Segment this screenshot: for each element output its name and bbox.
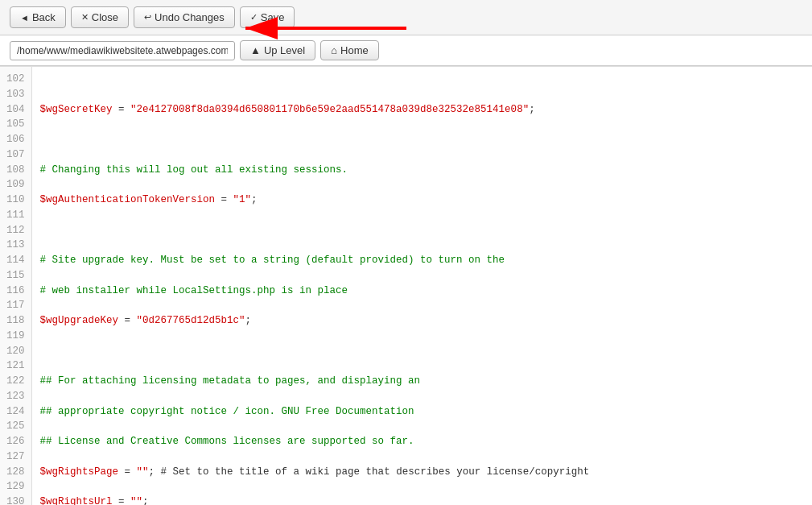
code-line: [40, 344, 804, 359]
code-line: [40, 132, 804, 147]
line-number: 105: [6, 117, 25, 132]
line-number: 102: [6, 72, 25, 87]
line-number: 130: [6, 495, 25, 505]
code-line: # Changing this will log out all existin…: [40, 163, 804, 178]
line-number: 128: [6, 465, 25, 480]
back-label: Back: [32, 11, 56, 23]
up-level-label: Up Level: [264, 44, 305, 56]
line-number: 122: [6, 374, 25, 389]
toolbar: ◄ Back ✕ Close ↩ Undo Changes ✓ Save: [0, 0, 812, 35]
line-number: 118: [6, 313, 25, 329]
line-number: 129: [6, 479, 25, 495]
close-button[interactable]: ✕ Close: [71, 6, 129, 28]
line-number: 125: [6, 419, 25, 434]
line-number: 109: [6, 177, 25, 192]
back-icon: ◄: [20, 13, 29, 23]
line-number: 110: [6, 192, 25, 208]
close-icon: ✕: [81, 12, 89, 23]
up-level-button[interactable]: ▲ Up Level: [240, 40, 315, 60]
line-number: 115: [6, 268, 25, 284]
home-label: Home: [340, 44, 369, 56]
close-label: Close: [92, 11, 118, 23]
line-number: 120: [6, 344, 25, 359]
back-button[interactable]: ◄ Back: [10, 6, 66, 28]
line-number: 119: [6, 329, 25, 344]
line-number: 116: [6, 284, 25, 299]
line-number: 114: [6, 253, 25, 268]
line-number: 126: [6, 434, 25, 449]
save-button[interactable]: ✓ Save: [240, 6, 295, 28]
up-level-icon: ▲: [250, 44, 261, 56]
code-line: $wgRightsUrl = "";: [40, 495, 804, 505]
line-number: 123: [6, 389, 25, 404]
code-line: ## For attaching licensing metadata to p…: [40, 374, 804, 389]
line-number: 103: [6, 87, 25, 102]
path-input[interactable]: [10, 41, 235, 60]
line-number: 127: [6, 449, 25, 465]
line-number: 107: [6, 147, 25, 163]
code-line: # web installer while LocalSettings.php …: [40, 284, 804, 299]
nav-bar: ▲ Up Level ⌂ Home: [0, 35, 812, 66]
code-line: $wgUpgradeKey = "0d267765d12d5b1c";: [40, 313, 804, 329]
code-line: $wgRightsPage = ""; # Set to the title o…: [40, 465, 804, 480]
code-content[interactable]: $wgSecretKey = "2e4127008f8da0394d650801…: [32, 67, 812, 505]
undo-button[interactable]: ↩ Undo Changes: [134, 6, 235, 28]
line-number: 113: [6, 238, 25, 253]
code-line: $wgAuthenticationTokenVersion = "1";: [40, 192, 804, 208]
line-numbers: 1021031041051061071081091101111121131141…: [0, 67, 32, 505]
line-number: 112: [6, 223, 25, 238]
code-line: [40, 72, 804, 87]
code-area: 1021031041051061071081091101111121131141…: [0, 66, 812, 505]
line-number: 121: [6, 358, 25, 374]
save-icon: ✓: [250, 12, 258, 23]
code-line: $wgSecretKey = "2e4127008f8da0394d650801…: [40, 102, 804, 118]
line-number: 117: [6, 298, 25, 313]
code-line: [40, 223, 804, 238]
undo-icon: ↩: [144, 12, 151, 23]
home-icon: ⌂: [331, 44, 337, 56]
line-number: 106: [6, 132, 25, 147]
line-number: 111: [6, 208, 25, 223]
line-number: 104: [6, 102, 25, 118]
code-line: # Site upgrade key. Must be set to a str…: [40, 253, 804, 268]
undo-label: Undo Changes: [155, 11, 225, 23]
code-line: ## appropriate copyright notice / icon. …: [40, 404, 804, 420]
line-number: 108: [6, 163, 25, 178]
code-line: ## License and Creative Commons licenses…: [40, 434, 804, 449]
save-label: Save: [261, 11, 285, 23]
line-number: 124: [6, 404, 25, 420]
home-button[interactable]: ⌂ Home: [320, 40, 379, 60]
